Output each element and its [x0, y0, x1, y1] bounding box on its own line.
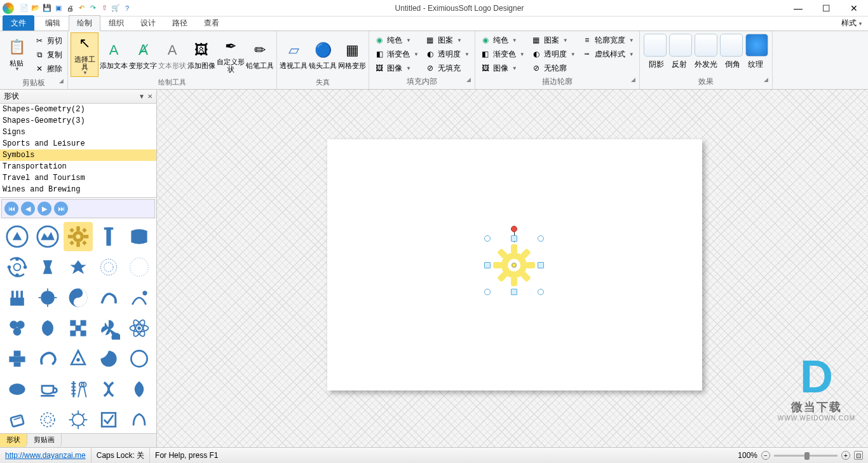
zoom-in-button[interactable]: +: [841, 451, 850, 460]
zoom-fit-button[interactable]: ⊡: [854, 451, 863, 460]
style-dropdown[interactable]: 样式▼: [836, 16, 868, 31]
fx-reflect-button[interactable]: [669, 34, 692, 57]
fx-texture-button[interactable]: [745, 34, 768, 57]
stroke-gradient-button[interactable]: ◧渐变色▼: [478, 47, 527, 61]
category-item[interactable]: Signs: [0, 127, 156, 138]
tab-design[interactable]: 设计: [132, 15, 164, 31]
stroke-dash-button[interactable]: ┉虚线样式▼: [580, 47, 637, 61]
fill-solid-button[interactable]: ◉纯色▼: [372, 33, 421, 47]
erase-button[interactable]: ✕擦除: [32, 62, 65, 76]
shape-item[interactable]: [94, 405, 123, 433]
resize-handle-sw[interactable]: [484, 289, 491, 295]
transform-text-button[interactable]: Ⱥ变形文字: [129, 32, 157, 77]
tab-view[interactable]: 查看: [196, 15, 227, 31]
fx-shadow-button[interactable]: [644, 34, 667, 57]
addimage-button[interactable]: 🖼添加图像: [187, 32, 215, 77]
shape-item[interactable]: [94, 222, 123, 251]
zoom-slider[interactable]: [774, 455, 837, 457]
textshape-button[interactable]: A文本形状: [158, 32, 186, 77]
status-url[interactable]: http://www.dayanzai.me: [0, 448, 92, 463]
fx-glow-button[interactable]: [695, 34, 717, 57]
shape-item[interactable]: [64, 283, 93, 312]
category-item[interactable]: Wines and Brewing: [0, 184, 156, 195]
select-tool-button[interactable]: ↖选择工具▼: [71, 32, 98, 77]
tab-edit[interactable]: 编辑: [37, 15, 69, 31]
stroke-solid-button[interactable]: ◉纯色▼: [478, 33, 527, 47]
undo-icon[interactable]: ↶: [76, 3, 86, 13]
cut-button[interactable]: ✂剪切: [32, 34, 65, 48]
nav-last-icon[interactable]: ⏭: [54, 202, 68, 216]
maximize-button[interactable]: ☐: [812, 0, 840, 17]
redo-icon[interactable]: ↷: [88, 3, 98, 13]
shape-item[interactable]: [125, 405, 154, 433]
close-button[interactable]: ✕: [840, 0, 868, 17]
zoom-value[interactable]: 100%: [738, 451, 757, 460]
shape-item[interactable]: [125, 222, 154, 251]
shape-item[interactable]: [3, 375, 32, 404]
category-item[interactable]: Symbols: [0, 149, 156, 161]
tab-organize[interactable]: 组织: [100, 15, 132, 31]
shape-item[interactable]: [33, 222, 62, 251]
shape-item[interactable]: [64, 344, 93, 373]
category-item[interactable]: Shapes-Geometry(2): [0, 104, 156, 115]
paste-button[interactable]: 📋粘贴▼: [3, 32, 31, 77]
save-icon[interactable]: 💾: [42, 3, 52, 13]
resize-handle-nw[interactable]: [484, 235, 491, 242]
shape-item[interactable]: [33, 375, 62, 404]
shape-item[interactable]: [3, 344, 32, 373]
category-item[interactable]: Shapes-Geometry(3): [0, 115, 156, 127]
launcher-icon[interactable]: ◢: [764, 76, 768, 83]
rotation-handle[interactable]: [511, 226, 517, 232]
copy-button[interactable]: ⧉复制: [32, 48, 65, 62]
shape-item[interactable]: [64, 375, 93, 404]
open-icon[interactable]: 📂: [31, 3, 41, 13]
shape-item[interactable]: [94, 344, 123, 373]
print-icon[interactable]: 🖨: [65, 3, 75, 13]
tab-draw[interactable]: 绘制: [69, 15, 100, 31]
launcher-icon[interactable]: ◢: [631, 76, 635, 83]
fill-gradient-button[interactable]: ◧渐变色▼: [372, 47, 421, 61]
fill-opacity-button[interactable]: ◐透明度▼: [423, 47, 472, 61]
panel-dropdown-icon[interactable]: ▼: [139, 93, 145, 100]
shape-item[interactable]: [64, 405, 93, 433]
nav-prev-icon[interactable]: ◀: [21, 202, 35, 216]
shape-item[interactable]: [33, 314, 62, 343]
help-icon[interactable]: ?: [122, 3, 132, 13]
shape-item[interactable]: [125, 252, 154, 282]
customshape-button[interactable]: ✒自定义形状: [217, 32, 245, 77]
cart-icon[interactable]: 🛒: [111, 3, 121, 13]
shape-item[interactable]: [33, 283, 62, 312]
launcher-icon[interactable]: ◢: [59, 78, 64, 84]
resize-handle-e[interactable]: [538, 262, 544, 268]
shape-item[interactable]: [64, 252, 93, 282]
launcher-icon[interactable]: ◢: [466, 76, 471, 83]
shape-item[interactable]: [125, 283, 154, 312]
shape-item[interactable]: [33, 252, 62, 282]
fx-bevel-button[interactable]: [720, 34, 743, 57]
category-item[interactable]: Transportation: [0, 161, 156, 172]
shape-item[interactable]: [94, 314, 123, 343]
shape-item[interactable]: [3, 283, 32, 312]
shape-item[interactable]: [64, 314, 93, 343]
shape-item[interactable]: [94, 252, 123, 282]
fill-pattern-button[interactable]: ▦图案▼: [423, 33, 472, 47]
fill-image-button[interactable]: 🖼图像▼: [372, 61, 421, 75]
category-list[interactable]: Shapes-Geometry(2) Shapes-Geometry(3) Si…: [0, 104, 156, 198]
tab-file[interactable]: 文件: [3, 15, 34, 31]
resize-handle-w[interactable]: [484, 262, 491, 268]
center-handle[interactable]: [512, 263, 517, 268]
shape-item[interactable]: [3, 314, 32, 343]
bottom-tab-shapes[interactable]: 形状: [0, 434, 27, 447]
tab-path[interactable]: 路径: [164, 15, 196, 31]
shape-item[interactable]: [33, 405, 62, 433]
shape-item-gear[interactable]: [64, 222, 93, 251]
selected-object[interactable]: [487, 238, 541, 292]
nav-next-icon[interactable]: ▶: [37, 202, 51, 216]
bottom-tab-clipart[interactable]: 剪贴画: [27, 434, 62, 447]
stroke-opacity-button[interactable]: ◐透明度▼: [529, 47, 578, 61]
addtext-button[interactable]: A添加文本: [100, 32, 128, 77]
nav-first-icon[interactable]: ⏮: [4, 202, 18, 216]
lens-button[interactable]: 🔵镜头工具: [309, 32, 337, 77]
resize-handle-s[interactable]: [511, 289, 517, 295]
category-item[interactable]: Travel and Tourism: [0, 172, 156, 184]
